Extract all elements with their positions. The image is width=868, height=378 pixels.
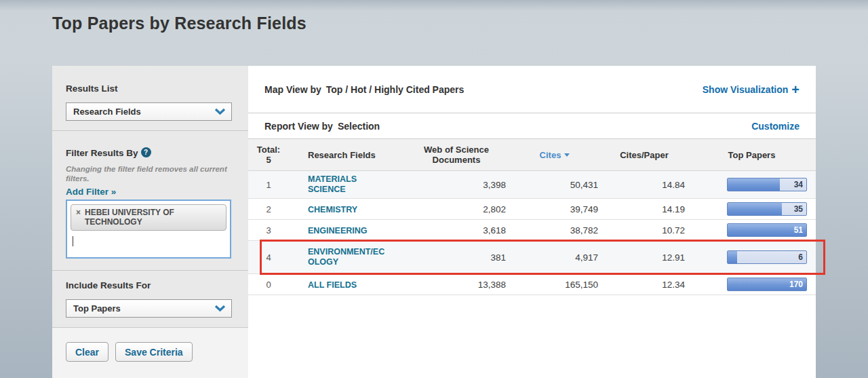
top-papers-bar: 170	[727, 278, 807, 291]
cites-cell: 165,150	[509, 280, 601, 290]
cites-cell: 38,782	[509, 225, 601, 235]
remove-filter-icon[interactable]: ×	[76, 208, 81, 227]
report-view-title: Report View bySelection	[264, 121, 380, 132]
cites-per-paper-cell: 14.84	[601, 180, 688, 190]
top-papers-value: 35	[794, 204, 803, 214]
top-papers-bar: 6	[727, 250, 807, 264]
table-row: 4 ENVIRONMENT/ECOLOGY 381 4,917 12.91 6	[248, 241, 816, 274]
total-count-header: Total:5	[248, 145, 289, 165]
research-field-link[interactable]: CHEMISTRY	[308, 205, 357, 215]
cites-cell: 39,749	[509, 204, 601, 214]
wos-documents-cell: 13,388	[404, 280, 509, 290]
top-papers-value: 51	[794, 225, 803, 235]
top-papers-header: Top Papers	[688, 150, 816, 160]
page-title: Top Papers by Research Fields	[52, 14, 307, 33]
results-list-section: Results List Research Fields	[52, 66, 248, 130]
add-filter-link[interactable]: Add Filter »	[66, 187, 116, 197]
cites-sort-header[interactable]: Cites	[509, 150, 601, 160]
research-field-link[interactable]: ALL FIELDS	[308, 280, 357, 290]
cites-per-paper-cell: 12.34	[601, 280, 688, 290]
report-view-header: Report View bySelection Customize	[248, 113, 816, 139]
filter-tag: × HEBEI UNIVERSITY OF TECHNOLOGY	[71, 204, 226, 231]
bar-fill	[728, 178, 780, 191]
wos-documents-cell: 381	[404, 252, 509, 263]
results-list-selected: Research Fields	[73, 107, 141, 117]
filter-input-box[interactable]: × HEBEI UNIVERSITY OF TECHNOLOGY	[66, 200, 231, 259]
table-row: 2 CHEMISTRY 2,802 39,749 14.19 35	[248, 199, 816, 220]
table-row: 1 MATERIALS SCIENCE 3,398 50,431 14.84 3…	[248, 171, 816, 199]
top-papers-bar: 35	[727, 202, 807, 216]
sort-desc-icon	[564, 153, 570, 157]
table-body: 1 MATERIALS SCIENCE 3,398 50,431 14.84 3…	[248, 171, 816, 295]
chevron-down-icon	[214, 108, 226, 115]
top-papers-value: 6	[798, 252, 803, 262]
research-field-link[interactable]: MATERIALS SCIENCE	[308, 174, 385, 195]
top-papers-bar: 51	[727, 223, 807, 237]
cites-per-paper-cell: 12.91	[601, 252, 688, 263]
clear-button[interactable]: Clear	[66, 342, 108, 362]
rank-cell: 2	[248, 204, 289, 214]
include-results-selected: Top Papers	[73, 303, 121, 314]
rank-cell: 0	[248, 280, 289, 290]
include-results-section: Include Results For Top Papers	[52, 271, 248, 327]
report-panel: Map View byTop / Hot / Highly Cited Pape…	[248, 66, 816, 378]
results-list-dropdown[interactable]: Research Fields	[66, 102, 232, 121]
filter-label: Filter Results By?	[66, 147, 232, 158]
filter-tag-label: HEBEI UNIVERSITY OF TECHNOLOGY	[85, 208, 220, 227]
save-criteria-button[interactable]: Save Criteria	[115, 342, 193, 362]
text-cursor	[73, 236, 73, 246]
cites-cell: 50,431	[509, 180, 601, 190]
research-field-link[interactable]: ENVIRONMENT/ECOLOGY	[308, 247, 385, 267]
research-field-link[interactable]: ENGINEERING	[308, 226, 368, 236]
sidebar: Results List Research Fields Filter Resu…	[52, 66, 248, 378]
rank-cell: 4	[248, 252, 289, 263]
include-results-label: Include Results For	[66, 280, 232, 290]
cites-per-paper-header: Cites/Paper	[601, 150, 688, 160]
include-results-dropdown[interactable]: Top Papers	[66, 299, 232, 318]
rank-cell: 3	[248, 225, 289, 235]
table-row: 3 ENGINEERING 3,618 38,782 10.72 51	[248, 220, 816, 241]
cites-cell: 4,917	[509, 252, 601, 263]
bar-fill	[728, 203, 782, 215]
show-visualization-link[interactable]: Show Visualization +	[703, 84, 800, 95]
criteria-buttons-section: Clear Save Criteria	[52, 328, 248, 378]
chevron-down-icon	[214, 305, 226, 312]
wos-documents-cell: 3,398	[404, 180, 509, 190]
wos-documents-header: Web of Science Documents	[404, 145, 509, 165]
bar-fill	[728, 251, 737, 263]
top-papers-value: 34	[794, 180, 803, 189]
plus-icon: +	[791, 85, 800, 94]
table-row: 0 ALL FIELDS 13,388 165,150 12.34 170	[248, 274, 816, 295]
rank-cell: 1	[248, 180, 289, 190]
filter-section: Filter Results By? Changing the filter f…	[52, 131, 248, 270]
wos-documents-cell: 3,618	[404, 225, 509, 235]
customize-link[interactable]: Customize	[751, 121, 800, 132]
filter-note: Changing the filter field removes all cu…	[66, 164, 232, 183]
cites-per-paper-cell: 10.72	[601, 225, 688, 235]
table-header-row: Total:5 Research Fields Web of Science D…	[248, 139, 816, 171]
top-papers-bar: 34	[727, 178, 807, 191]
research-fields-header: Research Fields	[289, 150, 404, 160]
top-papers-value: 170	[789, 280, 803, 289]
cites-per-paper-cell: 14.19	[601, 204, 688, 214]
wos-documents-cell: 2,802	[404, 204, 509, 214]
help-icon[interactable]: ?	[141, 147, 151, 157]
results-list-label: Results List	[66, 83, 232, 94]
map-view-title: Map View byTop / Hot / Highly Cited Pape…	[264, 84, 464, 95]
map-view-header: Map View byTop / Hot / Highly Cited Pape…	[248, 66, 816, 113]
